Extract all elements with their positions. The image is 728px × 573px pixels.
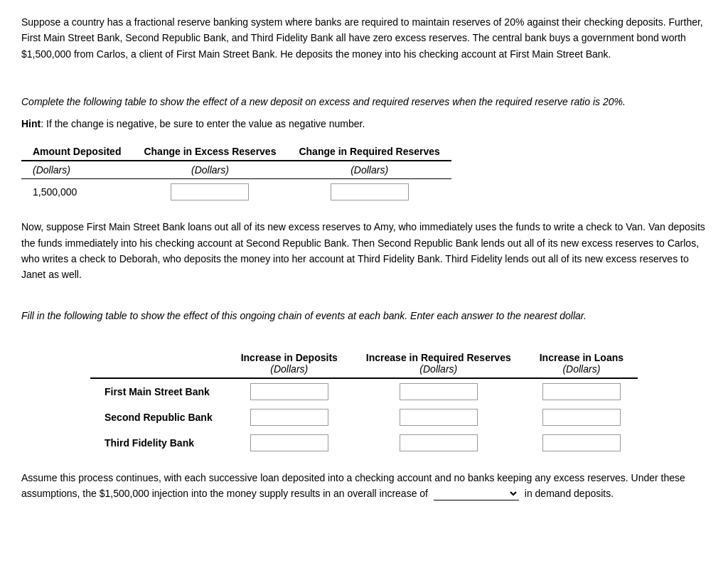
bank-input-2-2[interactable] [542,434,621,451]
bank-cell-1-0 [227,405,352,430]
banks-col3-sub: (Dollars) [525,363,638,378]
bank-name-0: First Main Street Bank [90,378,227,405]
bank-cell-0-0 [227,378,352,405]
bank-input-0-0[interactable] [250,383,328,400]
assume-paragraph: Assume this process continues, with each… [21,470,707,502]
required-reserves-cell [287,179,451,205]
table-row: First Main Street Bank [90,378,638,405]
banks-col0-sub [90,363,227,378]
required-reserves-input[interactable] [331,183,409,200]
table-row: Third Fidelity Bank [90,430,638,456]
col2-sub: (Dollars) [132,161,287,179]
col1-sub: (Dollars) [21,161,132,179]
assume-text2: in demand deposits. [525,488,614,499]
hint-label: Hint [21,118,41,129]
dropdown-container: $1,500,000$3,000,000$6,000,000$7,500,000… [434,486,519,501]
banks-col1-sub: (Dollars) [227,363,352,378]
table2-instruction: Fill in the following table to show the … [21,309,707,323]
table1-section: Amount Deposited Change in Excess Reserv… [21,143,707,205]
bank-input-2-0[interactable] [250,434,328,451]
bank-cell-2-0 [227,430,352,456]
bank-cell-1-2 [525,405,638,430]
bank-cell-2-2 [525,430,638,456]
banks-col3-header: Increase in Loans [525,349,638,363]
intro-paragraph: Suppose a country has a fractional reser… [21,14,707,62]
bank-cell-0-2 [525,378,638,405]
banks-col0-header [90,349,227,363]
bank-input-0-2[interactable] [542,383,621,400]
col3-sub: (Dollars) [287,161,451,179]
banks-table: Increase in Deposits Increase in Require… [90,349,638,456]
bank-input-1-0[interactable] [250,409,328,426]
banks-col2-sub: (Dollars) [352,363,525,378]
bank-name-1: Second Republic Bank [90,405,227,430]
banks-col2-header: Increase in Required Reserves [352,349,525,363]
bank-input-2-1[interactable] [400,434,478,451]
excess-reserves-cell [132,179,287,205]
narrative-paragraph: Now, suppose First Main Street Bank loan… [21,219,707,283]
bank-input-1-1[interactable] [400,409,478,426]
table1-instruction: Complete the following table to show the… [21,95,707,109]
demand-deposits-dropdown[interactable]: $1,500,000$3,000,000$6,000,000$7,500,000… [434,487,519,500]
hint-paragraph: Hint: If the change is negative, be sure… [21,117,707,132]
col1-header: Amount Deposited [21,143,132,161]
col2-header: Change in Excess Reserves [132,143,287,161]
bank-input-1-2[interactable] [542,409,621,426]
bank-name-2: Third Fidelity Bank [90,430,227,456]
bank-input-0-1[interactable] [400,383,478,400]
bank-cell-1-1 [352,405,525,430]
table-row: Second Republic Bank [90,405,638,430]
bank-cell-0-1 [352,378,525,405]
reserves-table: Amount Deposited Change in Excess Reserv… [21,143,451,205]
banks-col1-header: Increase in Deposits [227,349,352,363]
bank-cell-2-1 [352,430,525,456]
excess-reserves-input[interactable] [171,183,249,200]
hint-body: : If the change is negative, be sure to … [41,118,365,129]
col3-header: Change in Required Reserves [287,143,451,161]
amount-value: 1,500,000 [21,179,132,205]
